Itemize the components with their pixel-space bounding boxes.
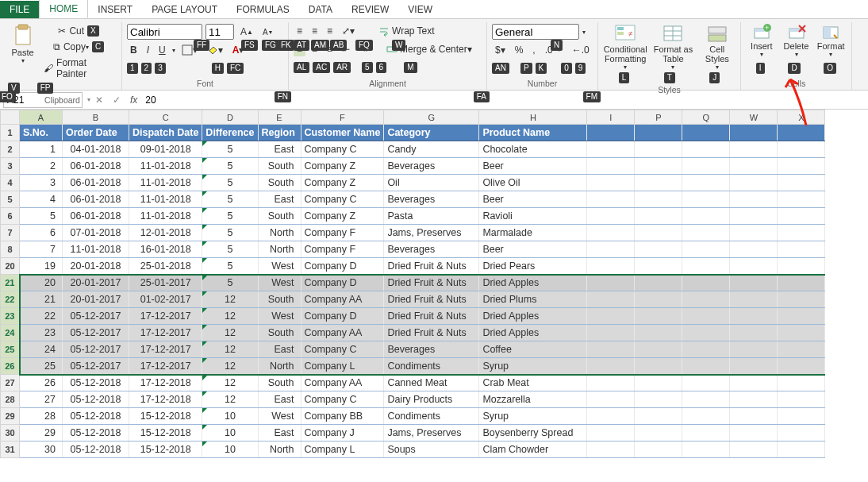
cell-customer[interactable]: Company F: [301, 241, 384, 258]
cell-difference[interactable]: 12: [202, 308, 258, 325]
cell-empty[interactable]: [778, 225, 825, 241]
cell-empty[interactable]: [778, 358, 825, 375]
cell-dispatchdate[interactable]: 17-12-2017: [129, 325, 202, 341]
cell-empty[interactable]: [682, 375, 730, 391]
cell-empty[interactable]: [682, 125, 730, 141]
cell-product[interactable]: Beer: [479, 241, 587, 258]
paste-button[interactable]: Paste ▾: [8, 24, 37, 64]
cell-empty[interactable]: [682, 442, 730, 458]
align-bottom-button[interactable]: ≡: [324, 24, 336, 38]
cell-customer[interactable]: Company C: [301, 141, 384, 158]
row-header-28[interactable]: 28: [1, 391, 20, 408]
cell-dispatchdate[interactable]: 16-01-2018: [129, 241, 202, 258]
cell-orderdate[interactable]: 06-01-2018: [63, 175, 129, 191]
copy-button[interactable]: ⧉ Copy▾ C: [40, 40, 117, 54]
cell-empty[interactable]: [778, 308, 825, 325]
cell-category[interactable]: Dried Fruit & Nuts: [384, 275, 479, 291]
cell-orderdate[interactable]: 07-01-2018: [63, 225, 129, 241]
cell-difference[interactable]: 10: [202, 408, 258, 425]
cell-difference[interactable]: 5: [202, 258, 258, 275]
worksheet-grid[interactable]: ABCDEFGHIPQWX 1S.No.Order DateDispatch D…: [0, 110, 868, 458]
tab-data[interactable]: DATA: [299, 1, 342, 18]
cell-empty[interactable]: [682, 158, 730, 175]
font-name-combo[interactable]: [127, 24, 202, 40]
cell-empty[interactable]: [635, 258, 682, 275]
cell-empty[interactable]: [587, 241, 635, 258]
cell-category[interactable]: Soups: [384, 442, 479, 458]
cell-sno[interactable]: 25: [20, 358, 63, 375]
row-header-4[interactable]: 4: [1, 175, 20, 191]
cell-dispatchdate[interactable]: 25-01-2017: [129, 275, 202, 291]
cell-category[interactable]: Canned Meat: [384, 375, 479, 391]
cell-empty[interactable]: [635, 125, 682, 141]
cell-category[interactable]: Candy: [384, 141, 479, 158]
cell-sno[interactable]: 20: [20, 275, 63, 291]
cell-empty[interactable]: [730, 375, 778, 391]
cell-region[interactable]: South: [258, 208, 301, 225]
cell-empty[interactable]: [587, 141, 635, 158]
cell-difference[interactable]: 5: [202, 225, 258, 241]
cell-category[interactable]: Dried Fruit & Nuts: [384, 291, 479, 308]
row-header-7[interactable]: 7: [1, 225, 20, 241]
cell-empty[interactable]: [635, 442, 682, 458]
cell-category[interactable]: Dairy Products: [384, 391, 479, 408]
cell-empty[interactable]: [682, 258, 730, 275]
col-header-Q[interactable]: Q: [682, 110, 730, 125]
row-header-27[interactable]: 27: [1, 375, 20, 391]
header-cell-f[interactable]: Customer Name: [301, 125, 384, 141]
cell-category[interactable]: Condiments: [384, 408, 479, 425]
percent-format-button[interactable]: %: [512, 43, 527, 57]
cell-empty[interactable]: [635, 225, 682, 241]
cell-empty[interactable]: [635, 275, 682, 291]
cell-category[interactable]: Dried Fruit & Nuts: [384, 258, 479, 275]
cell-difference[interactable]: 10: [202, 442, 258, 458]
cell-empty[interactable]: [778, 275, 825, 291]
cell-difference[interactable]: 5: [202, 141, 258, 158]
cell-category[interactable]: Pasta: [384, 208, 479, 225]
cell-dispatchdate[interactable]: 11-01-2018: [129, 175, 202, 191]
cell-empty[interactable]: [682, 341, 730, 358]
cell-sno[interactable]: 27: [20, 391, 63, 408]
col-header-F[interactable]: F: [301, 110, 384, 125]
row-header-20[interactable]: 20: [1, 258, 20, 275]
header-cell-d[interactable]: Difference: [202, 125, 258, 141]
cell-empty[interactable]: [682, 391, 730, 408]
cell-empty[interactable]: [778, 408, 825, 425]
tab-page-layout[interactable]: PAGE LAYOUT: [142, 1, 227, 18]
cell-product[interactable]: Syrup: [479, 358, 587, 375]
col-header-D[interactable]: D: [202, 110, 258, 125]
cell-customer[interactable]: Company AA: [301, 325, 384, 341]
cell-empty[interactable]: [682, 175, 730, 191]
cell-sno[interactable]: 4: [20, 191, 63, 208]
cell-orderdate[interactable]: 05-12-2017: [63, 308, 129, 325]
cell-product[interactable]: Clam Chowder: [479, 442, 587, 458]
cell-product[interactable]: Crab Meat: [479, 375, 587, 391]
cell-difference[interactable]: 5: [202, 275, 258, 291]
cell-empty[interactable]: [682, 308, 730, 325]
comma-format-button[interactable]: ,: [529, 43, 538, 57]
insert-cells-button[interactable]: + Insert▾: [746, 24, 778, 58]
header-cell-e[interactable]: Region: [258, 125, 301, 141]
cell-empty[interactable]: [682, 225, 730, 241]
cell-empty[interactable]: [778, 175, 825, 191]
format-as-table-button[interactable]: Format as Table▾: [652, 24, 693, 71]
cell-product[interactable]: Dried Plums: [479, 291, 587, 308]
cell-customer[interactable]: Company J: [301, 425, 384, 442]
cell-empty[interactable]: [730, 308, 778, 325]
cell-empty[interactable]: [682, 408, 730, 425]
row-header-1[interactable]: 1: [1, 125, 20, 141]
cell-difference[interactable]: 12: [202, 341, 258, 358]
cell-empty[interactable]: [730, 158, 778, 175]
cell-customer[interactable]: Company Z: [301, 158, 384, 175]
cell-empty[interactable]: [635, 208, 682, 225]
cell-sno[interactable]: 6: [20, 225, 63, 241]
format-cells-button[interactable]: Format▾: [815, 24, 847, 58]
cell-orderdate[interactable]: 04-01-2018: [63, 141, 129, 158]
cell-sno[interactable]: 28: [20, 408, 63, 425]
cell-empty[interactable]: [587, 208, 635, 225]
cell-difference[interactable]: 5: [202, 158, 258, 175]
cell-dispatchdate[interactable]: 15-12-2018: [129, 425, 202, 442]
cell-empty[interactable]: [587, 275, 635, 291]
cell-empty[interactable]: [587, 408, 635, 425]
cell-product[interactable]: Olive Oil: [479, 175, 587, 191]
